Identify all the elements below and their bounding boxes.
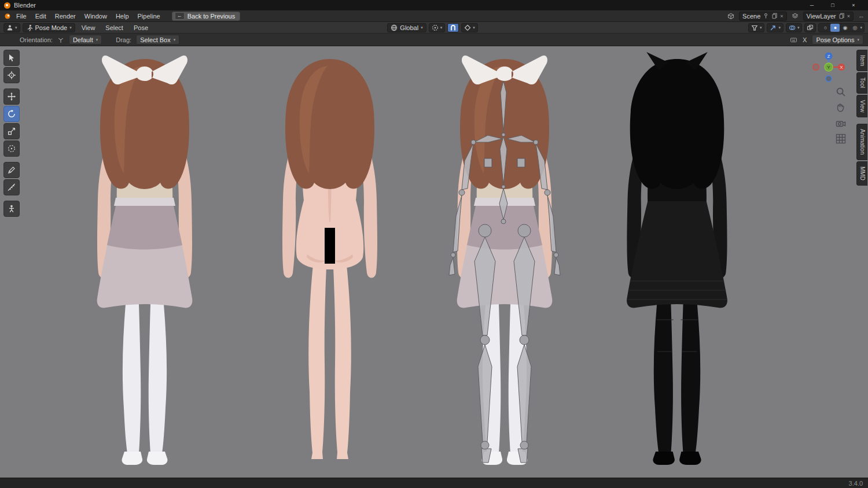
crosshair-icon bbox=[7, 71, 16, 80]
menu-view[interactable]: View bbox=[78, 23, 100, 32]
model-wireframe[interactable] bbox=[567, 51, 787, 467]
shading-wireframe-button[interactable]: ○ bbox=[821, 24, 830, 32]
menu-select[interactable]: Select bbox=[101, 23, 127, 32]
pin-icon[interactable] bbox=[763, 13, 769, 19]
cursor-tool-button[interactable] bbox=[3, 67, 20, 83]
menu-edit[interactable]: Edit bbox=[31, 12, 50, 21]
editor-type-dropdown[interactable]: ▾ bbox=[3, 23, 20, 32]
pan-button[interactable] bbox=[834, 101, 847, 114]
menu-pipeline[interactable]: Pipeline bbox=[134, 12, 164, 21]
transform-orientation-label: Global bbox=[400, 24, 418, 31]
editor-type-icon bbox=[6, 24, 13, 31]
model-clothed-back[interactable] bbox=[41, 51, 249, 467]
pose-breakdowner-tool-button[interactable] bbox=[3, 201, 20, 217]
back-to-previous-button[interactable]: ← Back to Previous bbox=[172, 12, 241, 21]
statusbar: 3.4.0 bbox=[0, 478, 868, 488]
pivot-point-dropdown[interactable]: ▾ bbox=[429, 23, 446, 32]
viewport-header-left: ▾ Pose Mode ▾ View Select Pose bbox=[3, 23, 152, 32]
maximize-button[interactable]: □ bbox=[822, 0, 843, 10]
shading-material-button[interactable]: ◉ bbox=[840, 24, 849, 32]
tab-tool[interactable]: Tool bbox=[856, 72, 867, 93]
menu-pose[interactable]: Pose bbox=[130, 23, 152, 32]
tab-item[interactable]: Item bbox=[856, 50, 867, 71]
scale-icon bbox=[7, 127, 16, 136]
object-visibility-dropdown[interactable]: ▾ bbox=[748, 23, 765, 32]
chevron-down-icon: ▾ bbox=[440, 25, 443, 29]
keymap-icon bbox=[790, 36, 797, 43]
rotate-tool-button[interactable] bbox=[3, 106, 20, 122]
move-tool-button[interactable] bbox=[3, 88, 20, 105]
annotate-tool-button[interactable] bbox=[3, 162, 20, 178]
chevron-down-icon: ▾ bbox=[778, 25, 781, 29]
axis-x-negative-ball[interactable] bbox=[813, 64, 819, 71]
ortho-toggle-button[interactable] bbox=[834, 132, 847, 145]
chevron-down-icon: ▾ bbox=[421, 25, 423, 29]
blender-menu-icon[interactable] bbox=[3, 13, 12, 20]
close-button[interactable]: × bbox=[843, 0, 864, 10]
select-box-tool-button[interactable] bbox=[3, 50, 20, 66]
menu-file[interactable]: File bbox=[12, 12, 31, 21]
minimize-button[interactable]: ─ bbox=[801, 0, 822, 10]
transform-tool-button[interactable] bbox=[3, 141, 20, 157]
chevron-down-icon[interactable]: ▾ bbox=[860, 25, 862, 29]
shading-rendered-button[interactable]: ◎ bbox=[850, 24, 859, 32]
magnifier-icon bbox=[835, 86, 847, 98]
camera-icon bbox=[835, 117, 847, 129]
xray-icon bbox=[807, 24, 814, 31]
mode-selector-dropdown[interactable]: Pose Mode ▾ bbox=[23, 23, 75, 32]
viewport-3d[interactable]: Z X Y Item Tool View Animation MMD bbox=[0, 46, 868, 478]
viewport-header-right: ▾ ▾ ▾ ○ ● ◉ ◎ ▾ bbox=[748, 23, 865, 32]
move-arrows-icon bbox=[7, 92, 16, 101]
drag-label: Drag: bbox=[116, 36, 131, 43]
axis-z-label: Z bbox=[827, 54, 830, 59]
magnet-icon bbox=[450, 24, 457, 31]
menu-render[interactable]: Render bbox=[51, 12, 80, 21]
xray-toggle-button[interactable] bbox=[804, 23, 816, 32]
blender-logo-icon bbox=[4, 2, 10, 9]
drag-dropdown[interactable]: Select Box ▾ bbox=[136, 35, 179, 45]
orientation-dropdown[interactable]: Default ▾ bbox=[69, 35, 102, 45]
tool-shelf bbox=[3, 50, 20, 217]
tab-view[interactable]: View bbox=[856, 95, 867, 118]
expand-topbar-icon[interactable]: ⇔ bbox=[858, 13, 865, 20]
snapping-dropdown[interactable]: ▾ bbox=[461, 23, 478, 32]
ruler-icon bbox=[7, 183, 16, 192]
measure-tool-button[interactable] bbox=[3, 179, 20, 195]
tab-mmd[interactable]: MMD bbox=[856, 161, 867, 186]
browse-scene-icon[interactable] bbox=[727, 13, 734, 20]
scene-selector[interactable]: Scene × bbox=[739, 12, 786, 21]
tab-animation[interactable]: Animation bbox=[856, 124, 867, 160]
chevron-down-icon: ▾ bbox=[857, 38, 859, 42]
snap-toggle-button[interactable] bbox=[447, 23, 459, 32]
overlays-dropdown[interactable]: ▾ bbox=[786, 23, 803, 32]
new-scene-icon[interactable] bbox=[771, 13, 778, 19]
axis-x-label: X bbox=[840, 65, 843, 70]
menu-window[interactable]: Window bbox=[80, 12, 111, 21]
sidebar-tabs: Item Tool View Animation MMD bbox=[856, 50, 867, 186]
camera-view-button[interactable] bbox=[834, 117, 847, 130]
back-arrow-icon: ← bbox=[175, 12, 185, 20]
scale-tool-button[interactable] bbox=[3, 123, 20, 139]
transform-orientation-dropdown[interactable]: Global ▾ bbox=[387, 23, 426, 32]
zoom-button[interactable] bbox=[834, 86, 847, 98]
chevron-down-icon: ▾ bbox=[473, 25, 475, 29]
viewport-header: ▾ Pose Mode ▾ View Select Pose Global ▾ … bbox=[0, 22, 868, 34]
viewlayer-name: ViewLayer bbox=[807, 13, 836, 20]
drag-value: Select Box bbox=[140, 36, 171, 43]
axis-z-negative-ball[interactable] bbox=[826, 76, 832, 82]
gizmos-dropdown[interactable]: ▾ bbox=[767, 23, 784, 32]
viewport-header-center: Global ▾ ▾ ▾ bbox=[387, 23, 477, 32]
viewlayer-selector[interactable]: ViewLayer × bbox=[803, 12, 854, 21]
window-title: Blender bbox=[14, 2, 36, 9]
pose-options-dropdown[interactable]: Pose Options ▾ bbox=[812, 35, 863, 45]
menubar: File Edit Render Window Help Pipeline ← … bbox=[0, 10, 868, 22]
navigation-gizmo[interactable]: Z X Y bbox=[811, 51, 846, 84]
chevron-down-icon: ▾ bbox=[174, 38, 176, 42]
remove-viewlayer-icon[interactable]: × bbox=[847, 13, 850, 19]
new-viewlayer-icon[interactable] bbox=[838, 13, 845, 19]
transform-icon bbox=[7, 144, 16, 153]
unlink-scene-icon[interactable]: × bbox=[780, 13, 783, 19]
shading-solid-button[interactable]: ● bbox=[830, 24, 840, 32]
pose-mode-icon bbox=[26, 24, 33, 31]
menu-help[interactable]: Help bbox=[112, 12, 133, 21]
